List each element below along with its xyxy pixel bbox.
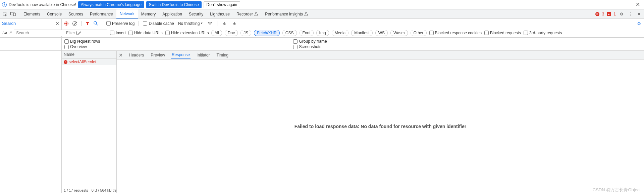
preserve-log-checkbox[interactable]: Preserve log: [106, 21, 135, 26]
search-input[interactable]: [14, 30, 69, 36]
network-toolbar: Search ✕ Preserve log Disable cache No t…: [0, 19, 644, 28]
tabstrip-right: ✕3 ▲1 ⚙ ⋮ ✕: [593, 11, 644, 17]
blocked-requests-checkbox[interactable]: Blocked requests: [484, 31, 521, 35]
close-detail-icon[interactable]: ✕: [119, 52, 123, 58]
tab-application[interactable]: Application: [159, 9, 185, 18]
pill-font[interactable]: Font: [300, 30, 314, 36]
close-search-icon[interactable]: ✕: [55, 21, 59, 26]
separator: [81, 21, 82, 26]
pill-other[interactable]: Other: [411, 30, 427, 36]
detail-tab-response[interactable]: Response: [171, 51, 191, 59]
tab-security[interactable]: Security: [185, 9, 207, 18]
filter-icon[interactable]: [86, 22, 90, 26]
detail-tabs: ✕ Headers Preview Response Initiator Tim…: [117, 51, 644, 60]
settings-gear-icon[interactable]: ⚙: [619, 11, 625, 17]
detail-tab-headers[interactable]: Headers: [128, 51, 145, 59]
pill-js[interactable]: JS: [240, 30, 251, 36]
network-conditions-icon[interactable]: [207, 21, 213, 27]
invert-checkbox[interactable]: Invert: [110, 31, 126, 35]
language-infobar: i DevTools is now available in Chinese! …: [0, 0, 644, 9]
svg-point-5: [210, 25, 210, 25]
big-rows-label: Big request rows: [70, 39, 100, 44]
dont-show-button[interactable]: Don't show again: [204, 1, 240, 8]
tab-console[interactable]: Console: [44, 9, 65, 18]
regex-icon[interactable]: .*: [9, 31, 12, 35]
pill-ws[interactable]: WS: [375, 30, 388, 36]
filter-input[interactable]: [64, 30, 107, 36]
close-devtools-icon[interactable]: ✕: [636, 11, 642, 17]
overview-checkbox[interactable]: Overview: [64, 44, 100, 49]
pill-manifest[interactable]: Manifest: [351, 30, 372, 36]
switch-language-button[interactable]: Switch DevTools to Chinese: [146, 1, 202, 8]
request-detail-pane: ✕ Headers Preview Response Initiator Tim…: [117, 51, 644, 193]
error-badge-icon[interactable]: ✕: [595, 12, 599, 16]
match-language-button[interactable]: Always match Chrome's language: [78, 1, 144, 8]
options-row: Big request rows Overview Group by frame…: [0, 38, 644, 51]
flask-icon: [254, 12, 258, 16]
svg-rect-2: [13, 13, 15, 16]
disable-cache-checkbox[interactable]: Disable cache: [143, 21, 174, 26]
screenshots-checkbox[interactable]: Screenshots: [293, 44, 327, 49]
issue-badge-icon[interactable]: ▲: [607, 12, 611, 16]
tabstrip-left: [0, 11, 18, 17]
record-icon[interactable]: [64, 22, 68, 26]
tab-perf-insights[interactable]: Performance insights: [262, 9, 312, 18]
request-name: selectAllServlet: [69, 60, 96, 64]
third-party-checkbox[interactable]: 3rd-party requests: [524, 31, 562, 35]
upload-har-icon[interactable]: [221, 21, 227, 27]
network-content: Name ✕ selectAllServlet 1 / 17 requests …: [0, 51, 644, 193]
tab-recorder-label: Recorder: [236, 12, 253, 16]
download-har-icon[interactable]: [231, 21, 237, 27]
close-infobar-icon[interactable]: ✕: [634, 1, 642, 8]
device-icon[interactable]: [10, 11, 16, 17]
tab-sources[interactable]: Sources: [65, 9, 87, 18]
more-vert-icon[interactable]: ⋮: [627, 11, 633, 17]
separator: [217, 21, 217, 26]
pill-doc[interactable]: Doc: [225, 30, 238, 36]
error-count: 3: [602, 12, 604, 16]
infobar-message: DevTools is now available in Chinese!: [9, 2, 76, 7]
tab-memory[interactable]: Memory: [138, 9, 159, 18]
invert-label: Invert: [116, 31, 126, 35]
search-icon[interactable]: [94, 21, 98, 26]
network-settings-icon[interactable]: ⚙: [637, 21, 641, 26]
disable-cache-label: Disable cache: [149, 21, 174, 26]
hide-ext-label: Hide extension URLs: [171, 31, 209, 35]
watermark: CSDN @万古长青Object: [593, 187, 641, 193]
request-row[interactable]: ✕ selectAllServlet: [62, 58, 116, 65]
tab-lighthouse[interactable]: Lighthouse: [207, 9, 233, 18]
pill-all[interactable]: All: [211, 30, 222, 36]
hide-data-label: Hide data URLs: [134, 31, 163, 35]
blocked-cookies-checkbox[interactable]: Blocked response cookies: [429, 31, 482, 35]
pill-css[interactable]: CSS: [282, 30, 297, 36]
detail-tab-timing[interactable]: Timing: [216, 51, 229, 59]
clear-icon[interactable]: [72, 21, 77, 26]
issue-count: 1: [613, 12, 616, 16]
requests-pane: Name ✕ selectAllServlet 1 / 17 requests …: [62, 51, 117, 193]
throttling-select[interactable]: No throttling ▼: [178, 21, 203, 26]
pill-img[interactable]: Img: [316, 30, 329, 36]
third-party-label: 3rd-party requests: [529, 31, 562, 35]
big-rows-checkbox[interactable]: Big request rows: [64, 39, 100, 44]
group-frame-checkbox[interactable]: Group by frame: [293, 39, 327, 44]
requests-header[interactable]: Name: [62, 51, 116, 58]
detail-tab-preview[interactable]: Preview: [150, 51, 166, 59]
tab-performance[interactable]: Performance: [87, 9, 116, 18]
hide-data-urls-checkbox[interactable]: Hide data URLs: [128, 31, 163, 35]
blocked-requests-label: Blocked requests: [490, 31, 521, 35]
pill-wasm[interactable]: Wasm: [390, 30, 408, 36]
hide-ext-urls-checkbox[interactable]: Hide extension URLs: [165, 31, 209, 35]
devtools-tabstrip: Elements Console Sources Performance Net…: [0, 9, 644, 19]
tab-network[interactable]: Network: [116, 9, 138, 18]
status-count: 1 / 17 requests: [64, 188, 88, 192]
pill-fetch-xhr[interactable]: Fetch/XHR: [254, 30, 280, 36]
tab-recorder[interactable]: Recorder: [233, 9, 262, 18]
separator: [102, 21, 102, 26]
tab-elements[interactable]: Elements: [20, 9, 44, 18]
match-case-icon[interactable]: Aa: [2, 30, 7, 36]
pill-media[interactable]: Media: [332, 30, 349, 36]
flask-icon: [304, 12, 308, 16]
detail-tab-initiator[interactable]: Initiator: [196, 51, 210, 59]
info-icon: i: [2, 2, 7, 7]
inspect-icon[interactable]: [2, 11, 8, 17]
